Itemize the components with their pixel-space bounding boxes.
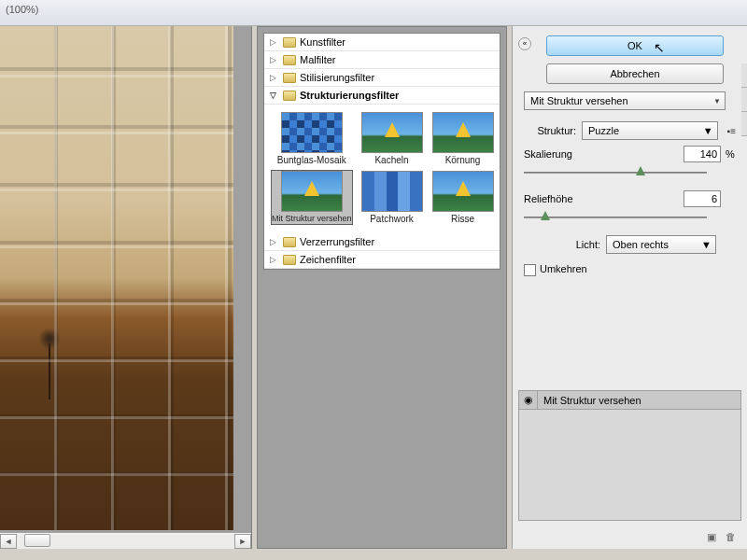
preview-h-scrollbar[interactable]: ◄ ► (0, 532, 251, 549)
scroll-left-arrow[interactable]: ◄ (0, 534, 17, 549)
scroll-thumb[interactable] (24, 534, 50, 547)
category-malfilter[interactable]: ▷Malfilter (264, 51, 500, 69)
struktur-dropdown[interactable]: Puzzle▼ (582, 121, 718, 140)
category-verzerrungsfilter[interactable]: ▷Verzerrungsfilter (264, 233, 500, 251)
folder-icon (283, 255, 296, 265)
flyout-menu-icon[interactable]: ▪≡ (727, 126, 736, 136)
cancel-button[interactable]: Abbrechen (546, 63, 724, 84)
struktur-label: Struktur: (524, 125, 576, 136)
filter-category-list: ▷Kunstfilter ▷Malfilter ▷Stilisierungsfi… (263, 33, 500, 270)
licht-label: Licht: (524, 239, 600, 250)
filter-thumb-grid: Buntglas-Mosaik Kacheln Körnung Mit Stru… (264, 105, 500, 233)
folder-icon (283, 55, 296, 65)
skalierung-input[interactable]: 140 (684, 146, 721, 162)
thumb-koernung[interactable]: Körnung (432, 112, 494, 165)
panel-edge (741, 63, 747, 437)
thumb-patchwork[interactable]: Patchwork (361, 171, 423, 224)
category-stilisierungsfilter[interactable]: ▷Stilisierungsfilter (264, 69, 500, 87)
preview-image (0, 26, 233, 530)
category-strukturierungsfilter[interactable]: ▽Strukturierungsfilter (264, 87, 500, 105)
title-bar: (100%) (0, 0, 747, 26)
chevron-down-icon: ▼ (701, 239, 712, 250)
relief-slider[interactable] (524, 211, 707, 224)
category-zeichenfilter[interactable]: ▷Zeichenfilter (264, 251, 500, 269)
effect-layer-name: Mit Struktur versehen (538, 395, 641, 406)
percent-label: % (725, 148, 736, 160)
folder-icon (283, 73, 296, 83)
skalierung-slider[interactable] (524, 166, 707, 179)
folder-icon (283, 237, 296, 247)
ok-button[interactable]: OK↖ (546, 35, 724, 56)
category-kunstfilter[interactable]: ▷Kunstfilter (264, 34, 500, 51)
new-layer-icon[interactable]: ▣ (707, 531, 716, 543)
chevron-down-icon: ▼ (703, 125, 713, 136)
folder-icon (283, 37, 296, 48)
licht-dropdown[interactable]: Oben rechts▼ (606, 235, 716, 254)
trash-icon[interactable]: 🗑 (726, 531, 736, 543)
effect-layers-panel: ◉ Mit Struktur versehen (518, 390, 741, 521)
effect-layer-row[interactable]: ◉ Mit Struktur versehen (519, 391, 740, 410)
collapse-icon[interactable]: « (518, 37, 531, 50)
filter-panel: ▷Kunstfilter ▷Malfilter ▷Stilisierungsfi… (257, 26, 507, 549)
preview-panel: ◄ ► (0, 26, 252, 549)
visibility-eye-icon[interactable]: ◉ (519, 391, 538, 410)
thumb-buntglas-mosaik[interactable]: Buntglas-Mosaik (272, 112, 352, 165)
chevron-down-icon: ▼ (713, 97, 721, 105)
thumb-risse[interactable]: Risse (432, 171, 494, 224)
zoom-label: (100%) (6, 4, 38, 15)
umkehren-checkbox[interactable]: Umkehren (524, 263, 736, 276)
filter-name-dropdown[interactable]: Mit Struktur versehen▼ (524, 91, 726, 110)
relief-input[interactable]: 6 (684, 190, 721, 207)
scroll-right-arrow[interactable]: ► (234, 534, 251, 549)
settings-panel: « OK↖ Abbrechen Mit Struktur versehen▼ S… (512, 26, 747, 549)
cursor-icon: ↖ (654, 38, 665, 57)
folder-icon (283, 91, 296, 101)
thumb-mit-struktur-versehen[interactable]: Mit Struktur versehen (272, 171, 352, 224)
thumb-kacheln[interactable]: Kacheln (361, 112, 423, 165)
relief-label: Reliefhöhe (524, 193, 573, 204)
skalierung-label: Skalierung (524, 148, 572, 160)
